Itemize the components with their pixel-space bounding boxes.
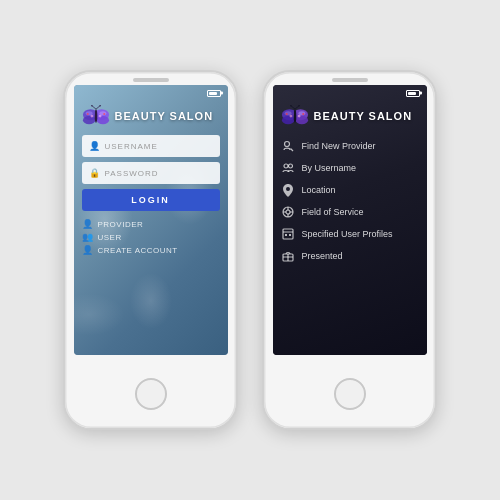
menu-list: Find New Provider By Username [281, 135, 419, 267]
menu-user-profiles[interactable]: Specified User Profiles [281, 223, 419, 245]
field-of-service-icon [281, 205, 295, 219]
find-provider-icon [281, 139, 295, 153]
user-profiles-icon [281, 227, 295, 241]
create-label: CREATE ACCOUNT [98, 246, 178, 255]
phone2-speaker [332, 78, 368, 82]
brand-row: BEAUTY SALON [82, 105, 220, 127]
username-placeholder: USERNAME [105, 142, 158, 151]
svg-point-36 [286, 210, 290, 214]
nav-create-account[interactable]: 👤 CREATE ACCOUNT [82, 245, 220, 255]
svg-point-17 [281, 116, 293, 124]
svg-line-10 [96, 106, 100, 109]
svg-point-6 [90, 115, 93, 118]
svg-point-22 [297, 115, 300, 118]
svg-point-2 [82, 116, 94, 124]
svg-point-33 [288, 164, 292, 168]
password-placeholder: PASSWORD [105, 169, 159, 178]
phone2-home-button[interactable] [334, 378, 366, 410]
menu-location[interactable]: Location [281, 179, 419, 201]
phone-bottom-bezel [135, 355, 167, 428]
svg-point-29 [302, 113, 304, 115]
password-field[interactable]: 🔒 PASSWORD [82, 162, 220, 184]
create-icon: 👤 [82, 245, 93, 255]
user-label: USER [98, 233, 122, 242]
svg-line-9 [91, 106, 95, 109]
lock-icon: 🔒 [89, 168, 100, 178]
field-of-service-label: Field of Service [302, 207, 364, 217]
svg-point-26 [290, 105, 291, 106]
svg-point-3 [96, 116, 108, 124]
svg-point-12 [99, 105, 100, 106]
menu-field-of-service[interactable]: Field of Service [281, 201, 419, 223]
svg-point-34 [286, 187, 290, 191]
svg-point-27 [298, 105, 299, 106]
menu-content: BEAUTY SALON Find New Provider [273, 101, 427, 273]
user-nav-icon: 👥 [82, 232, 93, 242]
phone2-bottom-bezel [334, 355, 366, 428]
svg-point-11 [91, 105, 92, 106]
provider-label: PROVIDER [98, 220, 144, 229]
svg-line-31 [290, 149, 293, 152]
provider-icon: 👤 [82, 219, 93, 229]
svg-point-32 [284, 164, 288, 168]
svg-point-23 [293, 109, 296, 123]
user-icon: 👤 [89, 141, 100, 151]
presented-icon [281, 249, 295, 263]
svg-point-13 [86, 113, 88, 115]
login-content: BEAUTY SALON 👤 USERNAME 🔒 PASSWORD LOGIN… [74, 101, 228, 261]
speaker [133, 78, 169, 82]
user-profiles-label: Specified User Profiles [302, 229, 393, 239]
nav-user[interactable]: 👥 USER [82, 232, 220, 242]
by-username-icon [281, 161, 295, 175]
username-field[interactable]: 👤 USERNAME [82, 135, 220, 157]
menu-screen: ●●●● 📶 10:24 AM [273, 85, 427, 355]
find-provider-label: Find New Provider [302, 141, 376, 151]
svg-line-24 [290, 106, 294, 109]
svg-point-14 [103, 113, 105, 115]
svg-point-8 [94, 109, 97, 123]
svg-point-28 [285, 113, 287, 115]
phone2-butterfly-logo [281, 105, 309, 127]
phone-menu: ●●●● 📶 10:24 AM [262, 70, 437, 430]
menu-find-provider[interactable]: Find New Provider [281, 135, 419, 157]
phone2-brand-name: BEAUTY SALON [314, 110, 413, 122]
svg-point-30 [284, 142, 289, 147]
svg-line-25 [295, 106, 299, 109]
nav-provider[interactable]: 👤 PROVIDER [82, 219, 220, 229]
battery-icon [207, 90, 221, 97]
location-icon [281, 183, 295, 197]
butterfly-logo [82, 105, 110, 127]
presented-label: Presented [302, 251, 343, 261]
location-label: Location [302, 185, 336, 195]
svg-point-18 [295, 116, 307, 124]
battery-fill [209, 92, 217, 95]
menu-by-username[interactable]: By Username [281, 157, 419, 179]
brand-name: BEAUTY SALON [115, 110, 214, 122]
svg-rect-43 [289, 234, 291, 236]
login-screen: ●●●● 📶 10:24 AM [74, 85, 228, 355]
phone2-battery-fill [408, 92, 416, 95]
svg-point-21 [289, 115, 292, 118]
phone2-top-bezel [264, 72, 435, 85]
phone-login: ●●●● 📶 10:24 AM [63, 70, 238, 430]
nav-links: 👤 PROVIDER 👥 USER 👤 CREATE ACCOUNT [82, 219, 220, 255]
svg-rect-42 [285, 234, 287, 236]
svg-rect-41 [283, 229, 293, 239]
menu-presented[interactable]: Presented [281, 245, 419, 267]
phone-top-bezel [65, 72, 236, 85]
phone2-battery-icon [406, 90, 420, 97]
login-label: LOGIN [131, 195, 170, 205]
by-username-label: By Username [302, 163, 357, 173]
home-button[interactable] [135, 378, 167, 410]
svg-point-7 [98, 115, 101, 118]
phone2-brand-row: BEAUTY SALON [281, 105, 419, 127]
login-button[interactable]: LOGIN [82, 189, 220, 211]
